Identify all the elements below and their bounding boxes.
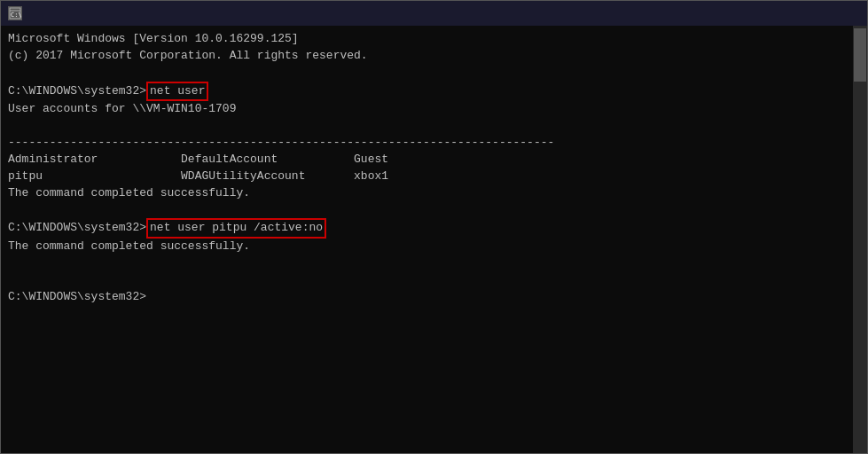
terminal-line: pitpu WDAGUtilityAccount xbox1 (8, 168, 846, 185)
terminal-body[interactable]: Microsoft Windows [Version 10.0.16299.12… (1, 26, 853, 453)
highlighted-command: net user pitpu /active:no (146, 218, 326, 239)
terminal-empty-line (8, 65, 846, 82)
minimize-button[interactable] (738, 1, 778, 26)
terminal-line: The command completed successfully. (8, 239, 846, 255)
terminal-line: Administrator DefaultAccount Guest (8, 152, 846, 168)
terminal-line: ----------------------------------------… (8, 135, 846, 152)
scrollbar[interactable] (853, 26, 867, 453)
window-icon: C:\ (8, 6, 22, 20)
terminal-empty-line (8, 272, 846, 289)
terminal-prompt-line: C:\WINDOWS\system32>net user (8, 82, 846, 102)
svg-text:C:\: C:\ (11, 12, 21, 19)
terminal-line: User accounts for \\VM-WIN10-1709 (8, 101, 846, 118)
terminal-empty-line (8, 118, 846, 135)
prompt-text: C:\WINDOWS\system32> (8, 83, 146, 100)
terminal-prompt-line: C:\WINDOWS\system32> (8, 289, 846, 306)
terminal-container: Microsoft Windows [Version 10.0.16299.12… (1, 26, 867, 453)
terminal-line: Microsoft Windows [Version 10.0.16299.12… (8, 31, 846, 48)
maximize-button[interactable] (778, 1, 819, 26)
window-controls (738, 1, 860, 26)
highlighted-command: net user (146, 82, 208, 102)
scrollbar-thumb[interactable] (854, 28, 866, 82)
terminal-empty-line (8, 201, 846, 218)
terminal-empty-line (8, 255, 846, 272)
title-bar: C:\ (1, 1, 867, 26)
prompt-text: C:\WINDOWS\system32> (8, 220, 146, 237)
terminal-line: (c) 2017 Microsoft Corporation. All righ… (8, 48, 846, 65)
prompt-text: C:\WINDOWS\system32> (8, 289, 146, 306)
terminal-line: The command completed successfully. (8, 185, 846, 202)
terminal-prompt-line: C:\WINDOWS\system32>net user pitpu /acti… (8, 218, 846, 239)
close-button[interactable] (819, 1, 860, 26)
cmd-window: C:\ Microsoft Windows [Version 10.0.1629… (0, 0, 868, 454)
